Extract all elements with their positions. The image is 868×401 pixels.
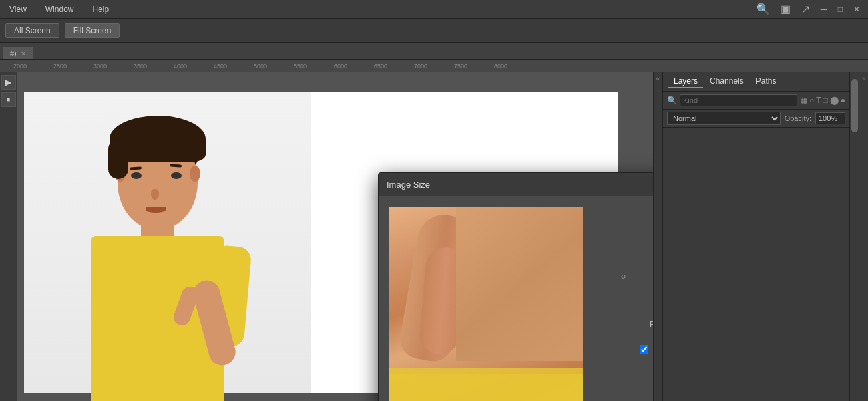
tab-close-icon[interactable]: ✕ (21, 50, 26, 57)
fill-screen-button[interactable]: Fill Screen (65, 23, 120, 38)
menu-help[interactable]: Help (88, 3, 113, 15)
toolbar: All Screen Fill Screen (0, 19, 868, 43)
ruler-mark: 7000 (414, 63, 454, 70)
dialog-body: Image Size: 120.7M ⚙ Dimensions: ⌄ 7952 … (379, 196, 653, 401)
dialog-settings: Image Size: 120.7M ⚙ Dimensions: ⌄ 7952 … (596, 207, 653, 401)
fit-label: Fit T... (638, 248, 653, 257)
dialog-titlebar: Image Size ✕ (379, 173, 653, 196)
filter-shape-icon[interactable]: □ (823, 96, 828, 105)
layer-filter-icons: ▦ ○ T □ ⬤ ● (800, 96, 845, 105)
filter-adjustment-icon[interactable]: ○ (809, 96, 814, 105)
close-icon[interactable]: ✕ (851, 3, 863, 15)
ruler-mark: 6500 (374, 63, 414, 70)
channels-tab[interactable]: Channels (704, 75, 749, 88)
layout-icon[interactable]: ▣ (778, 1, 793, 17)
opacity-input[interactable] (815, 112, 845, 124)
ruler-mark: 4000 (174, 63, 214, 70)
chain-link-icon: ⚬ (618, 269, 628, 284)
dialog-title: Image Size (387, 180, 430, 190)
blend-mode-select[interactable]: Normal (667, 112, 781, 125)
resolution-row: Resolution: Pixels/Inch (596, 317, 653, 333)
main-area: ▶ ■ (0, 72, 868, 401)
menu-view[interactable]: View (5, 3, 31, 15)
ruler-mark: 2000 (13, 63, 53, 70)
resample-row: Resample: Automatic (596, 341, 653, 357)
dialog-preview-image (389, 207, 583, 401)
blend-opacity-row: Normal Opacity: (663, 110, 849, 128)
menu-window[interactable]: Window (41, 3, 78, 15)
ruler-mark: 4500 (214, 63, 254, 70)
filter-pixel-icon[interactable]: ▦ (800, 96, 807, 105)
ruler-mark: 5500 (294, 63, 334, 70)
right-panel: Layers Channels Paths 🔍 ▦ ○ T □ ⬤ ● Norm… (662, 72, 849, 401)
canvas-area[interactable]: Image Size ✕ (17, 72, 653, 401)
collapse-left-arrow[interactable]: « (653, 72, 662, 401)
select-tool-icon[interactable]: ■ (1, 92, 16, 107)
dimensions-row: Dimensions: ⌄ 7952 px × 5304 px (596, 226, 653, 237)
image-size-dialog[interactable]: Image Size ✕ (378, 172, 653, 401)
ruler-mark: 6000 (334, 63, 374, 70)
ruler-mark: 8000 (494, 63, 534, 70)
resolution-label: Resolution: (636, 320, 653, 329)
document-tab[interactable]: #) ✕ (3, 47, 33, 59)
ruler-mark: 5000 (254, 63, 294, 70)
fit-row: Fit T... Original Size (596, 245, 653, 261)
minimize-icon[interactable]: ─ (818, 3, 830, 16)
paths-tab[interactable]: Paths (750, 75, 782, 88)
all-screen-button[interactable]: All Screen (5, 23, 59, 38)
scrollbar-thumb (851, 79, 858, 132)
filter-smart-icon[interactable]: ⬤ (830, 96, 839, 105)
right-scrollbar[interactable] (849, 72, 859, 401)
menu-bar: View Window Help 🔍 ▣ ↗ ─ □ ✕ (0, 0, 868, 19)
ruler-mark: 3000 (93, 63, 134, 70)
ruler-mark: 3500 (134, 63, 174, 70)
collapse-right-arrow[interactable]: » (859, 72, 868, 401)
layers-tab[interactable]: Layers (668, 75, 703, 88)
opacity-label: Opacity: (785, 114, 811, 122)
filter-dot-icon[interactable]: ● (841, 96, 845, 105)
ruler-mark: 2500 (53, 63, 93, 70)
layers-search-input[interactable] (680, 94, 797, 106)
ruler-marks: 2000 2500 3000 3500 4000 4500 5000 5500 … (13, 63, 534, 70)
move-tool-icon[interactable]: ▶ (1, 75, 16, 90)
image-size-row: Image Size: 120.7M ⚙ (596, 207, 653, 218)
person-figure (24, 92, 311, 393)
tab-label: #) (10, 49, 17, 57)
ruler: 2000 2500 3000 3500 4000 4500 5000 5500 … (0, 60, 868, 72)
layers-toolbar: 🔍 ▦ ○ T □ ⬤ ● (663, 92, 849, 110)
height-row: Height: Pixels (596, 293, 653, 309)
filter-type-icon[interactable]: T (816, 96, 821, 105)
search-icon[interactable]: 🔍 (754, 1, 773, 17)
width-row: ⚬ Width: Pixels (596, 269, 653, 285)
maximize-icon[interactable]: □ (835, 3, 845, 15)
ruler-mark: 7500 (454, 63, 494, 70)
resample-checkbox[interactable] (640, 345, 648, 354)
layers-tab-bar: Layers Channels Paths (663, 72, 849, 92)
width-label: Width: (636, 272, 653, 281)
tool-panel: ▶ ■ (0, 72, 17, 401)
tab-bar: #) ✕ (0, 43, 868, 60)
share-icon[interactable]: ↗ (799, 1, 813, 17)
height-label: Height: (636, 296, 653, 305)
